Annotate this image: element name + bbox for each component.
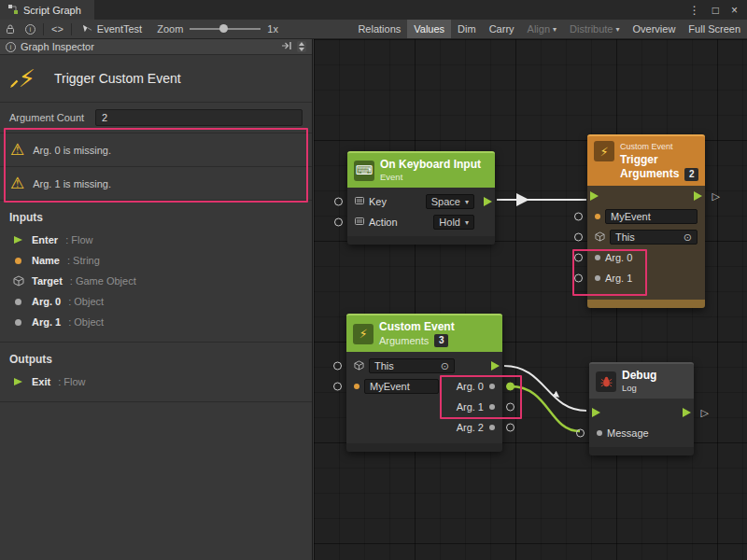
zoom-slider[interactable] <box>190 28 261 30</box>
key-port[interactable] <box>334 198 343 206</box>
carry-button[interactable]: Carry <box>483 20 521 38</box>
string-type-icon <box>12 258 24 264</box>
keyboard-icon: ⌨ <box>354 161 374 181</box>
object-type-icon <box>597 430 602 436</box>
node-footer <box>346 443 502 452</box>
object-type-icon <box>595 255 600 260</box>
flow-in-arrow[interactable] <box>592 408 600 417</box>
arg0-port[interactable] <box>574 254 583 262</box>
argument-count-badge: 2 <box>684 168 698 181</box>
graph-canvas[interactable]: ⌨ On Keyboard Input Event Key Space ▾ <box>314 39 747 560</box>
window-close-icon[interactable]: × <box>731 4 738 17</box>
flow-out-arrow[interactable] <box>491 361 500 371</box>
arg1-port[interactable] <box>574 274 583 283</box>
warning-row: ⚠ Arg. 0 is missing. <box>0 133 312 167</box>
output-item-exit: Exit : Flow <box>0 371 312 392</box>
object-type-icon <box>12 299 24 305</box>
object-picker-icon[interactable]: ⊙ <box>441 360 449 372</box>
overview-button[interactable]: Overview <box>627 20 683 38</box>
input-item-target: Target : Game Object <box>0 271 312 291</box>
panel-stepper[interactable] <box>297 41 306 52</box>
cube-icon <box>354 360 364 372</box>
warnings-list: ⚠ Arg. 0 is missing. ⚠ Arg. 1 is missing… <box>0 133 312 201</box>
flow-arrow-icon <box>12 236 24 244</box>
target-field[interactable]: This⊙ <box>369 358 455 373</box>
action-port[interactable] <box>334 218 343 227</box>
arg1-row: Arg. 1 <box>587 268 705 288</box>
step-up-icon[interactable] <box>299 42 304 46</box>
window-menu-icon[interactable]: ⋮ <box>689 4 700 17</box>
inputs-section: Inputs Enter : Flow Name : String Target… <box>0 201 312 343</box>
flow-out-arrow[interactable] <box>683 408 691 417</box>
graph-asset-button[interactable]: EventTest <box>75 23 149 35</box>
code-view-icon[interactable]: <> <box>47 20 68 38</box>
arg1-port[interactable] <box>506 403 514 412</box>
object-type-icon <box>489 404 495 410</box>
tab-bar: Script Graph ⋮ □ × <box>0 0 747 20</box>
full-screen-button[interactable]: Full Screen <box>682 20 747 38</box>
tab-script-graph[interactable]: Script Graph <box>0 0 94 20</box>
toolbar-buttons: Relations Values Dim Carry Align▾ Distri… <box>351 20 747 38</box>
node-footer <box>347 236 495 245</box>
object-type-icon <box>489 425 495 430</box>
node-title: Debug <box>622 369 656 383</box>
values-button[interactable]: Values <box>407 20 451 38</box>
key-dropdown[interactable]: Space ▾ <box>426 194 474 209</box>
name-port[interactable] <box>574 213 583 221</box>
chevron-down-icon: ▾ <box>465 218 469 227</box>
node-footer <box>587 300 705 308</box>
warning-text: Arg. 1 is missing. <box>33 178 111 189</box>
custom-event-node[interactable]: ⚡ Custom Event Arguments3 This⊙ <box>346 314 502 452</box>
input-item-name: Name : String <box>0 250 312 271</box>
warning-row: ⚠ Arg. 1 is missing. <box>0 167 312 201</box>
zoom-label: Zoom <box>157 23 183 35</box>
object-type-icon <box>12 319 24 326</box>
cube-icon <box>595 231 605 244</box>
arg0-port[interactable] <box>506 383 514 391</box>
info-icon: i <box>6 42 16 52</box>
zoom-slider-knob[interactable] <box>219 24 228 33</box>
info-icon[interactable]: i <box>21 20 40 38</box>
dock-panel-icon[interactable] <box>281 40 292 53</box>
lightning-icon: ⚡ <box>594 141 614 161</box>
object-picker-icon[interactable]: ⊙ <box>684 231 692 244</box>
align-button[interactable]: Align▾ <box>521 20 563 38</box>
run-play-icon[interactable]: ▷ <box>712 190 720 203</box>
name-port[interactable] <box>333 383 342 391</box>
on-keyboard-input-node[interactable]: ⌨ On Keyboard Input Event Key Space ▾ <box>347 151 495 245</box>
flow-out-arrow[interactable] <box>484 197 492 206</box>
target-port[interactable] <box>574 233 583 242</box>
node-title-line2: Arguments <box>620 167 679 181</box>
action-dropdown[interactable]: Hold ▾ <box>433 215 474 230</box>
warning-text: Arg. 0 is missing. <box>33 145 111 156</box>
arg0-row: Arg. 0 <box>587 247 705 268</box>
arg2-port[interactable] <box>506 424 514 432</box>
trigger-custom-event-node[interactable]: ⚡ Custom Event Trigger Arguments2 ▷ MyEv… <box>587 134 705 308</box>
inspector-title: Graph Inspector <box>21 41 94 52</box>
run-play-icon[interactable]: ▷ <box>701 407 709 419</box>
target-port[interactable] <box>333 362 342 371</box>
lock-icon[interactable] <box>0 20 21 38</box>
argument-count-input[interactable] <box>95 109 303 126</box>
node-title-line1: Trigger <box>620 153 698 167</box>
script-graph-icon <box>7 4 19 17</box>
window-maximize-icon[interactable]: □ <box>712 4 719 17</box>
dim-button[interactable]: Dim <box>451 20 483 38</box>
arg0-label: Arg. 0 <box>605 252 632 263</box>
step-down-icon[interactable] <box>299 48 304 51</box>
graph-inspector-panel: i Graph Inspector ⚡ Trigger Custom Event… <box>0 39 313 560</box>
flow-in-arrow[interactable] <box>590 191 599 201</box>
input-item-arg1: Arg. 1 : Object <box>0 312 312 332</box>
message-port[interactable] <box>576 429 585 438</box>
event-name-field[interactable]: MyEvent <box>605 209 698 224</box>
input-item-enter: Enter : Flow <box>0 230 312 250</box>
flow-out-arrow[interactable] <box>694 191 702 201</box>
arg2-row: Arg. 2 <box>346 417 502 438</box>
selected-unit-header: ⚡ Trigger Custom Event <box>0 55 312 103</box>
event-name-field[interactable]: MyEvent <box>364 379 439 394</box>
target-field[interactable]: This⊙ <box>610 230 698 245</box>
debug-log-node[interactable]: Debug Log ▷ Message <box>589 362 694 455</box>
relations-button[interactable]: Relations <box>351 20 407 38</box>
distribute-button[interactable]: Distribute▾ <box>563 20 626 38</box>
window-controls: ⋮ □ × <box>680 0 747 20</box>
